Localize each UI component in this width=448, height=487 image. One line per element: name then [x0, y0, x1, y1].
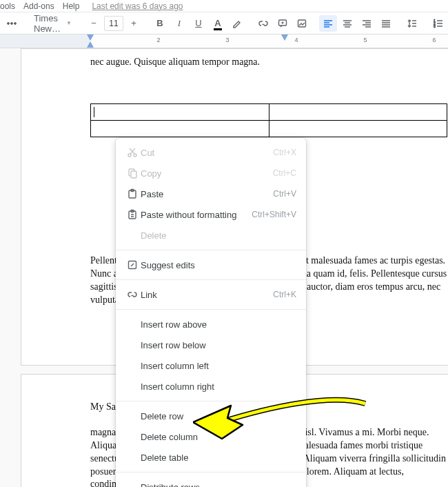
table-row[interactable]: [91, 120, 447, 137]
ctx-copy: CopyCtrl+C: [116, 163, 306, 183]
ctx-delete: Delete: [116, 225, 306, 246]
link-icon: [124, 289, 141, 300]
table-row[interactable]: [91, 103, 447, 120]
ctx-delete-table[interactable]: Delete table: [116, 447, 306, 468]
table-cell[interactable]: [91, 120, 269, 137]
insert-link-button[interactable]: [254, 15, 272, 32]
paste-plain-icon: [124, 209, 141, 220]
paste-icon: [124, 188, 141, 199]
ctx-link[interactable]: LinkCtrl+K: [116, 284, 306, 305]
last-edit-link[interactable]: Last edit was 6 days ago: [92, 1, 183, 11]
indent-marker-left[interactable]: [87, 41, 94, 48]
ctx-distribute-rows[interactable]: Distribute rows: [116, 477, 306, 487]
font-size-control[interactable]: − 11 +: [85, 15, 143, 32]
font-size-value[interactable]: 11: [104, 16, 123, 31]
align-right-button[interactable]: [358, 15, 376, 32]
italic-button[interactable]: I: [170, 15, 188, 32]
align-center-button[interactable]: [338, 15, 356, 32]
ctx-insert-col-left[interactable]: Insert column left: [116, 355, 306, 376]
highlight-button[interactable]: [228, 15, 246, 32]
bold-button[interactable]: B: [151, 15, 169, 32]
insert-image-button[interactable]: [293, 15, 311, 32]
paragraph[interactable]: nec augue. Quisque aliquam tempor magna.: [90, 56, 447, 69]
table-column-marker[interactable]: [281, 34, 288, 41]
align-justify-button[interactable]: [377, 15, 395, 32]
table-cell[interactable]: [269, 120, 447, 137]
font-size-inc[interactable]: +: [125, 15, 143, 32]
ctx-delete-row[interactable]: Delete row: [116, 406, 306, 426]
ctx-suggest-edits[interactable]: Suggest edits: [116, 255, 306, 275]
context-menu: CutCtrl+X CopyCtrl+C PasteCtrl+V Paste w…: [116, 138, 306, 487]
indent-marker-first-line[interactable]: [87, 34, 94, 41]
suggest-icon: [124, 259, 141, 270]
svg-point-2: [14, 22, 17, 24]
menu-tools[interactable]: ools: [0, 1, 15, 11]
ruler: 2 3 4 5 6: [0, 34, 448, 48]
font-family-dropdown[interactable]: Times New…▼: [29, 15, 77, 32]
table[interactable]: [90, 103, 447, 137]
svg-point-12: [134, 154, 136, 157]
svg-point-0: [8, 22, 10, 24]
font-size-dec[interactable]: −: [85, 15, 103, 32]
ctx-insert-row-below[interactable]: Insert row below: [116, 335, 306, 355]
underline-button[interactable]: U: [190, 15, 207, 32]
svg-point-11: [128, 154, 131, 157]
svg-rect-14: [131, 171, 136, 178]
cut-icon: [124, 147, 141, 158]
toolbar: Times New…▼ − 11 + B I U A 123: [0, 12, 448, 34]
table-cell[interactable]: [269, 103, 447, 120]
svg-point-1: [11, 22, 13, 24]
table-cell[interactable]: [91, 103, 269, 120]
svg-text:3: 3: [434, 24, 436, 28]
line-spacing-button[interactable]: [403, 15, 421, 32]
copy-icon: [124, 168, 141, 179]
ctx-delete-column[interactable]: Delete column: [116, 426, 306, 447]
ctx-paste[interactable]: PasteCtrl+V: [116, 183, 306, 204]
document-area: nec augue. Quisque aliquam tempor magna.…: [0, 48, 448, 487]
menu-addons[interactable]: Add-ons: [23, 1, 54, 11]
align-left-button[interactable]: [319, 15, 337, 32]
menu-help[interactable]: Help: [63, 1, 80, 11]
menu-bar: ools Add-ons Help Last edit was 6 days a…: [0, 0, 448, 12]
add-comment-button[interactable]: [274, 15, 292, 32]
more-button[interactable]: [3, 15, 21, 32]
ctx-paste-plain[interactable]: Paste without formattingCtrl+Shift+V: [116, 204, 306, 225]
ctx-cut: CutCtrl+X: [116, 142, 306, 163]
ctx-insert-col-right[interactable]: Insert column right: [116, 376, 306, 397]
numbered-list-button[interactable]: 123: [429, 15, 447, 32]
text-color-button[interactable]: A: [209, 15, 227, 32]
ctx-insert-row-above[interactable]: Insert row above: [116, 314, 306, 335]
